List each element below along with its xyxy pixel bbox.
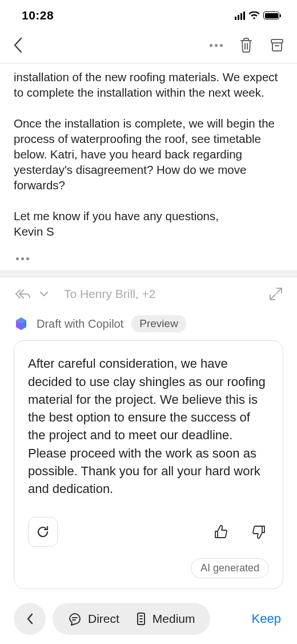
email-signature: Kevin S [14,225,54,238]
regenerate-button[interactable] [28,517,58,547]
status-bar: 10:28 [0,0,297,29]
draft-text: After careful consideration, we have dec… [28,355,269,498]
bottom-toolbar: Direct Medium Keep [0,599,297,635]
trash-icon[interactable] [239,37,254,54]
chevron-down-icon[interactable] [39,291,49,297]
section-separator [0,271,297,277]
thumbs-up-button[interactable] [211,522,231,542]
wifi-icon [248,11,260,20]
more-icon[interactable] [210,44,223,47]
back-button[interactable] [13,37,23,54]
nav-bar [0,29,297,63]
preview-badge: Preview [131,315,186,332]
keep-button[interactable]: Keep [252,611,283,626]
reply-all-icon[interactable] [14,288,32,300]
pill-label: Medium [152,612,195,626]
more-icon[interactable] [14,257,283,260]
toolbar-back-button[interactable] [14,603,46,635]
expand-icon[interactable] [268,287,283,301]
pill-label: Direct [88,612,119,626]
length-medium-button[interactable]: Medium [131,611,200,626]
length-icon [135,611,147,626]
status-time: 10:28 [22,9,54,22]
email-paragraph: Once the installation is complete, we wi… [14,116,283,193]
copilot-draft-card: After careful consideration, we have dec… [14,340,283,589]
ai-generated-badge: AI generated [191,558,269,578]
toolbar-pill-group: Direct Medium [53,603,210,635]
battery-icon [263,11,281,19]
email-paragraph: installation of the new roofing material… [14,69,283,100]
reply-header: To Henry Brill, +2 [0,277,297,306]
email-paragraph: Let me know if you have any questions, K… [14,208,283,239]
thumbs-down-button[interactable] [248,522,269,542]
draft-actions [28,517,269,547]
email-body: installation of the new roofing material… [0,63,297,271]
chat-icon [67,611,82,626]
status-icons [235,11,282,20]
copilot-header: Draft with Copilot Preview [0,306,297,338]
signal-icon [235,11,246,20]
copilot-icon [14,316,29,331]
copilot-label: Draft with Copilot [37,317,123,331]
archive-icon[interactable] [270,37,284,53]
svg-rect-0 [271,39,283,43]
reply-to-field[interactable]: To Henry Brill, +2 [64,287,155,301]
nav-actions [210,37,284,54]
tone-direct-button[interactable]: Direct [63,611,124,626]
